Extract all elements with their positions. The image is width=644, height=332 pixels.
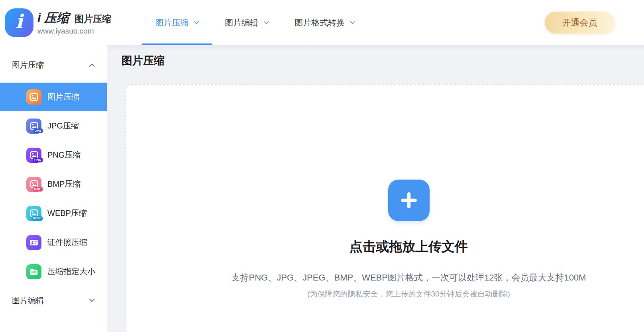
- upload-privacy-note: (为保障您的隐私安全，您上传的文件30分钟后会被自动删除): [307, 289, 510, 299]
- chevron-up-icon: [89, 63, 95, 67]
- chevron-down-icon: [350, 21, 355, 25]
- page-title: 图片压缩: [107, 45, 644, 68]
- upload-title: 点击或拖放上传文件: [349, 238, 468, 256]
- sidebar-item-bmp-compress[interactable]: BMP BMP压缩: [0, 170, 107, 199]
- sidebar-item-label: WEBP压缩: [47, 208, 87, 219]
- sidebar-item-jpg-compress[interactable]: JPG JPG压缩: [0, 111, 107, 140]
- chevron-down-icon: [194, 21, 199, 25]
- sidebar-item-label: JPG压缩: [47, 121, 79, 131]
- format-badge: PNG: [33, 158, 43, 162]
- plus-icon: [397, 189, 420, 212]
- main-content: 图片压缩 点击或拖放上传文件 支持PNG、JPG、JPEG、BMP、WEBP图片…: [107, 45, 644, 332]
- brand-title: i 压缩: [37, 10, 69, 26]
- sidebar-item-png-compress[interactable]: PNG PNG压缩: [0, 140, 107, 170]
- webp-icon: WEBP: [26, 206, 41, 221]
- main-nav: 图片压缩 图片编辑 图片格式转换: [142, 0, 368, 45]
- id-photo-icon: [26, 235, 41, 250]
- png-icon: PNG: [26, 148, 41, 163]
- image-compress-icon: [26, 89, 41, 105]
- sidebar-section-image-edit[interactable]: 图片编辑: [0, 286, 107, 315]
- format-badge: BMP: [33, 187, 43, 192]
- sidebar-item-compress-to-size[interactable]: KB 压缩指定大小: [0, 257, 107, 286]
- section-label: 图片编辑: [12, 295, 44, 306]
- sidebar-item-id-photo-compress[interactable]: 证件照压缩: [0, 228, 107, 257]
- jpg-icon: JPG: [26, 119, 41, 134]
- nav-tab-label: 图片压缩: [155, 17, 188, 28]
- sidebar-item-label: BMP压缩: [47, 179, 80, 190]
- sidebar-item-label: 证件照压缩: [47, 237, 87, 248]
- nav-tab-label: 图片格式转换: [295, 17, 345, 28]
- nav-tab-image-compress[interactable]: 图片压缩: [142, 0, 212, 45]
- kb-size-icon: KB: [26, 264, 41, 279]
- add-files-button[interactable]: [388, 180, 430, 221]
- format-badge: WEBP: [31, 216, 43, 220]
- upload-description: 支持PNG、JPG、JPEG、BMP、WEBP图片格式，一次可以处理12张，会员…: [232, 272, 586, 284]
- chevron-down-icon: [89, 298, 95, 302]
- brand-text: i 压缩 图片压缩 www.iyasuo.com: [37, 10, 111, 36]
- open-membership-button[interactable]: 开通会员: [545, 12, 615, 34]
- brand-subtitle: 图片压缩: [75, 13, 111, 25]
- sidebar-item-label: 压缩指定大小: [47, 266, 95, 277]
- app-logo-icon: i: [5, 8, 33, 37]
- sidebar-section-image-compress[interactable]: 图片压缩: [0, 51, 107, 79]
- upload-dropzone[interactable]: 点击或拖放上传文件 支持PNG、JPG、JPEG、BMP、WEBP图片格式，一次…: [126, 84, 644, 332]
- svg-text:KB: KB: [31, 271, 36, 274]
- brand-url: www.iyasuo.com: [37, 27, 111, 36]
- sidebar-item-label: PNG压缩: [47, 150, 80, 160]
- sidebar-item-image-compress[interactable]: 图片压缩: [0, 83, 107, 111]
- nav-tab-image-edit[interactable]: 图片编辑: [212, 0, 282, 45]
- chevron-down-icon: [263, 21, 269, 25]
- nav-tab-format-convert[interactable]: 图片格式转换: [282, 0, 368, 45]
- bmp-icon: BMP: [26, 177, 41, 192]
- brand[interactable]: i i 压缩 图片压缩 www.iyasuo.com: [5, 8, 111, 37]
- format-badge: JPG: [33, 128, 43, 133]
- section-label: 图片压缩: [12, 60, 44, 71]
- app-header: i i 压缩 图片压缩 www.iyasuo.com 图片压缩 图片编辑 图片格…: [0, 0, 644, 45]
- sidebar-item-label: 图片压缩: [47, 92, 79, 103]
- nav-tab-label: 图片编辑: [225, 17, 258, 28]
- sidebar-item-webp-compress[interactable]: WEBP WEBP压缩: [0, 199, 107, 228]
- sidebar: 图片压缩 图片压缩 JPG JPG压缩 PNG PNG压缩: [0, 45, 107, 332]
